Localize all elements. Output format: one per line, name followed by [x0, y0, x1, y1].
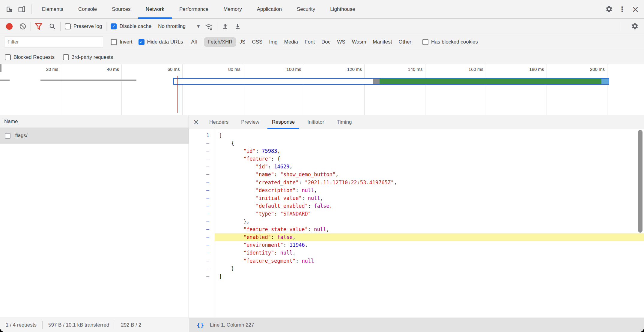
has-blocked-cookies-checkbox[interactable]: [422, 39, 428, 45]
tick-label: 200 ms: [556, 67, 605, 72]
close-devtools-icon[interactable]: ×: [629, 3, 642, 16]
filter-type-other[interactable]: Other: [395, 38, 415, 47]
line-number: –: [189, 265, 214, 273]
network-settings-icon[interactable]: [628, 20, 641, 33]
gridline: [121, 64, 122, 115]
clear-icon[interactable]: [19, 23, 26, 30]
line-number: –: [189, 163, 214, 171]
tick-label: 40 ms: [70, 67, 119, 72]
has-blocked-cookies-label: Has blocked cookies: [431, 39, 478, 45]
line-number: –: [189, 233, 214, 241]
filter-type-doc[interactable]: Doc: [318, 38, 334, 47]
code-line: "description": null,: [215, 186, 644, 194]
divider: [217, 22, 217, 31]
code-line: "feature_segment": null: [215, 257, 644, 265]
filter-type-media[interactable]: Media: [281, 38, 301, 47]
line-number: –: [189, 225, 214, 233]
inspect-element-icon[interactable]: [3, 3, 16, 16]
filter-type-css[interactable]: CSS: [249, 38, 266, 47]
code-line: "environment": 11946,: [215, 241, 644, 249]
request-checkbox[interactable]: [5, 133, 10, 139]
record-icon[interactable]: [6, 23, 13, 30]
third-party-requests-label: 3rd-party requests: [72, 54, 113, 60]
format-icon[interactable]: {}: [197, 321, 204, 329]
tab-lighthouse[interactable]: Lighthouse: [323, 0, 362, 19]
filter-type-manifest[interactable]: Manifest: [369, 38, 395, 47]
gridline: [425, 64, 425, 115]
network-overview[interactable]: 20 ms40 ms60 ms80 ms100 ms120 ms140 ms16…: [0, 64, 644, 116]
tab-memory[interactable]: Memory: [216, 0, 249, 19]
gridline: [607, 64, 607, 115]
code-line: },: [215, 218, 644, 225]
filter-type-ws[interactable]: WS: [334, 38, 348, 47]
filter-type-wasm[interactable]: Wasm: [349, 38, 370, 47]
filter-type-img[interactable]: Img: [266, 38, 281, 47]
code-line: "id": 14629,: [215, 163, 644, 171]
filter-bar: Invert ✓ Hide data URLs AllFetch/XHRJSCS…: [0, 34, 644, 50]
network-conditions-icon[interactable]: [204, 23, 213, 30]
network-toolbar: Preserve log ✓ Disable cache No throttli…: [0, 19, 644, 34]
search-icon[interactable]: [49, 23, 56, 30]
code-line: [: [215, 131, 644, 139]
response-viewer[interactable]: 1–––––––––––––––––– [ { "id": 75983, "fe…: [189, 129, 644, 318]
invert-checkbox[interactable]: [111, 39, 117, 45]
filter-type-font[interactable]: Font: [301, 38, 318, 47]
device-toolbar-icon[interactable]: [16, 3, 28, 16]
filter-type-js[interactable]: JS: [236, 38, 249, 47]
detail-tab-timing[interactable]: Timing: [330, 115, 358, 129]
line-number: –: [189, 155, 214, 163]
line-number: –: [189, 210, 214, 218]
preserve-log-checkbox[interactable]: [65, 23, 71, 29]
gridline: [243, 64, 243, 115]
load-event-marker: [177, 76, 178, 113]
filter-type-fetch-xhr[interactable]: Fetch/XHR: [204, 37, 236, 47]
throttling-select[interactable]: No throttling: [158, 23, 186, 29]
filter-icon[interactable]: [35, 23, 42, 30]
line-number: –: [189, 171, 214, 178]
line-number: –: [189, 273, 214, 280]
tab-security[interactable]: Security: [289, 0, 323, 19]
tab-elements[interactable]: Elements: [34, 0, 71, 19]
filter-type-all[interactable]: All: [188, 38, 200, 47]
tab-performance[interactable]: Performance: [172, 0, 216, 19]
line-number: –: [189, 186, 214, 194]
requests-list: flags/: [0, 128, 189, 144]
hide-data-urls-checkbox[interactable]: ✓: [139, 39, 145, 45]
detail-tab-initiator[interactable]: Initiator: [301, 115, 330, 129]
gridline: [61, 64, 61, 115]
third-party-requests-checkbox[interactable]: [63, 54, 69, 60]
detail-tabs: HeadersPreviewResponseInitiatorTiming: [203, 115, 358, 129]
gridline: [486, 64, 486, 115]
divider: [31, 5, 31, 14]
tab-network[interactable]: Network: [138, 0, 172, 19]
line-number: 1: [189, 131, 214, 139]
chevron-down-icon[interactable]: ▼: [197, 24, 200, 29]
status-bar: 1 / 4 requests 597 B / 10.1 kB transferr…: [0, 318, 644, 332]
close-detail-icon[interactable]: ×: [189, 118, 203, 126]
detail-tab-headers[interactable]: Headers: [203, 115, 235, 129]
tick-label: 140 ms: [374, 67, 423, 72]
scrollbar-thumb[interactable]: [638, 130, 643, 233]
detail-tab-response[interactable]: Response: [266, 115, 301, 129]
more-options-icon[interactable]: ⋮: [616, 3, 628, 16]
disable-cache-checkbox[interactable]: ✓: [111, 23, 117, 29]
request-waterfall-bar[interactable]: [173, 78, 609, 85]
devtools-tabbar: ElementsConsoleSourcesNetworkPerformance…: [0, 0, 644, 19]
code-line: "initial_value": null,: [215, 194, 644, 202]
detail-tab-preview[interactable]: Preview: [235, 115, 265, 129]
export-har-icon[interactable]: [234, 23, 241, 30]
code-line: "feature_state_value": null,: [215, 225, 644, 233]
blocked-requests-checkbox[interactable]: [5, 54, 11, 60]
import-har-icon[interactable]: [222, 23, 229, 30]
settings-icon[interactable]: [603, 3, 615, 16]
name-column-header[interactable]: Name: [0, 115, 189, 128]
tab-console[interactable]: Console: [71, 0, 104, 19]
tab-application[interactable]: Application: [249, 0, 289, 19]
gridline: [547, 64, 547, 115]
tab-sources[interactable]: Sources: [104, 0, 138, 19]
code-line: "identity": null,: [215, 249, 644, 257]
waterfall-segment-content-download: [380, 79, 601, 84]
filter-input[interactable]: [4, 36, 103, 48]
request-row[interactable]: flags/: [0, 128, 189, 144]
blocked-requests-label: Blocked Requests: [13, 54, 55, 60]
